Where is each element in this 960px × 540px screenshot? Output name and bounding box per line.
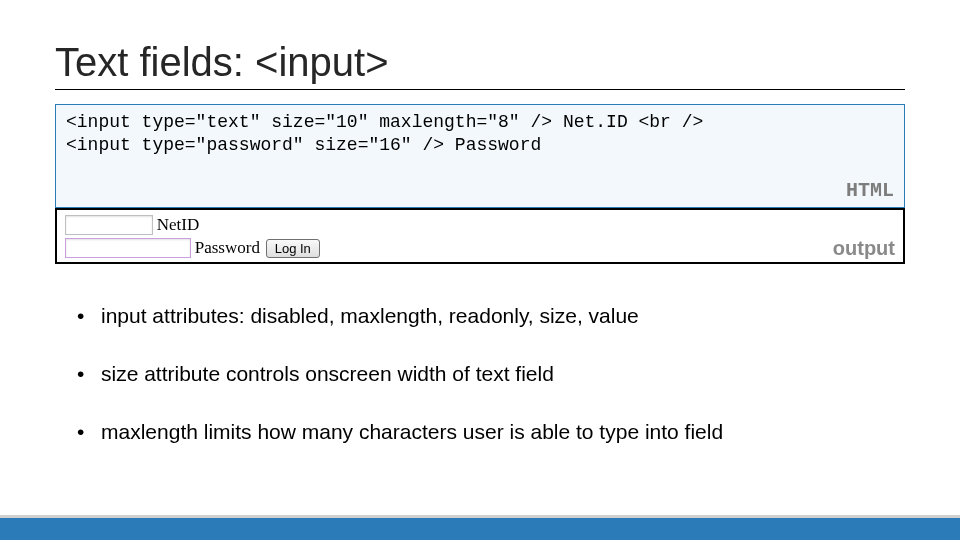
slide-title: Text fields: <input> [55, 40, 905, 90]
slide-accent-bar [0, 515, 960, 540]
bullet-item-1: input attributes: disabled, maxlength, r… [77, 304, 905, 328]
bullet-item-2: size attribute controls onscreen width o… [77, 362, 905, 386]
bullet-item-3: maxlength limits how many characters use… [77, 420, 905, 444]
output-example-box: NetID Password Log In output [55, 208, 905, 264]
code-line-2: <input type="password" size="16" /> Pass… [66, 135, 541, 155]
output-row-1: NetID [65, 215, 895, 235]
code-language-label: HTML [846, 178, 894, 203]
slide: Text fields: <input> <input type="text" … [0, 0, 960, 540]
code-line-1: <input type="text" size="10" maxlength="… [66, 112, 703, 132]
output-row-2: Password Log In [65, 238, 895, 258]
code-example-box: <input type="text" size="10" maxlength="… [55, 104, 905, 208]
netid-input[interactable] [65, 215, 153, 235]
login-button[interactable]: Log In [266, 239, 320, 258]
netid-label: NetID [157, 215, 199, 234]
password-label: Password [195, 238, 260, 257]
bullet-list: input attributes: disabled, maxlength, r… [77, 304, 905, 444]
output-label: output [833, 237, 895, 260]
password-input[interactable] [65, 238, 191, 258]
